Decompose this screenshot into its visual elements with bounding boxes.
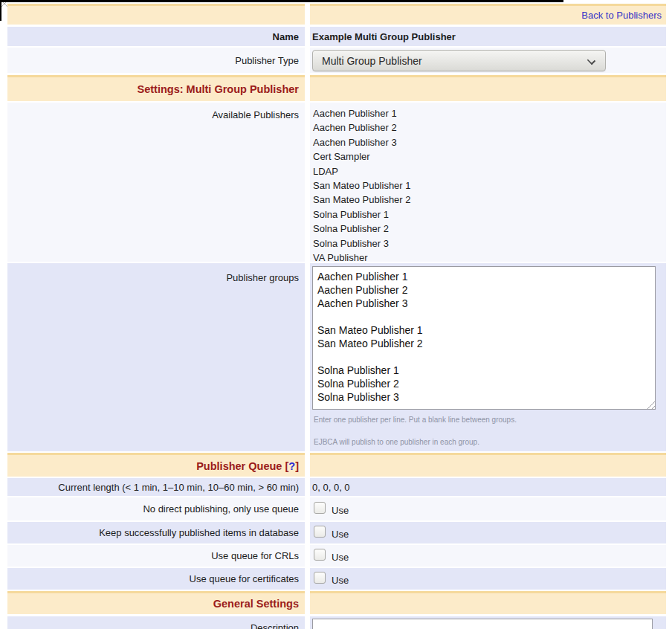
publisher-groups-row: Publisher groups Aachen Publisher 1 Aach… [7, 263, 666, 451]
keep-published-checkbox[interactable] [314, 526, 326, 538]
no-direct-publishing-cell: Use [310, 497, 666, 520]
help-bracket-close: ] [295, 460, 299, 472]
publisher-type-cell: Multi Group Publisher [310, 48, 666, 73]
available-publishers-list: Aachen Publisher 1 Aachen Publisher 2 Aa… [312, 103, 411, 265]
top-bar-right: Back to Publishers [310, 4, 666, 25]
queue-certificates-label: Use queue for certificates [7, 568, 305, 590]
general-section-title: General Settings [213, 598, 299, 610]
name-value: Example Multi Group Publisher [310, 27, 666, 46]
settings-section-header-right [310, 75, 666, 101]
queue-crls-cell: Use [310, 545, 666, 567]
publisher-groups-help-2: EJBCA will publish to one publisher in e… [314, 438, 666, 446]
screen-edge-artifact-top [0, 0, 563, 2]
use-checkbox-label: Use [332, 552, 349, 563]
no-direct-publishing-label: No direct publishing, only use queue [7, 497, 305, 520]
keep-published-row: Keep successfully published items in dat… [7, 522, 666, 543]
current-length-label: Current length (< 1 min, 1–10 min, 10–60… [7, 478, 305, 496]
publisher-type-row: Publisher Type Multi Group Publisher [7, 48, 666, 73]
description-label: Description [7, 616, 305, 629]
settings-section-header: Settings: Multi Group Publisher [7, 75, 666, 101]
settings-section-title: Settings: Multi Group Publisher [138, 83, 300, 95]
publisher-groups-cell: Aachen Publisher 1 Aachen Publisher 2 Aa… [310, 263, 666, 451]
publisher-list-item: Solna Publisher 2 [313, 222, 411, 236]
current-length-row: Current length (< 1 min, 1–10 min, 10–60… [7, 478, 666, 496]
use-checkbox-label: Use [332, 575, 349, 586]
current-length-value: 0, 0, 0, 0 [310, 478, 666, 496]
publisher-list-item: Aachen Publisher 3 [313, 135, 411, 149]
no-direct-publishing-row: No direct publishing, only use queue Use [7, 497, 666, 520]
queue-crls-checkbox[interactable] [314, 549, 326, 561]
queue-crls-label: Use queue for CRLs [7, 545, 305, 567]
publisher-list-item: Solna Publisher 3 [313, 236, 411, 251]
keep-published-cell: Use [310, 522, 666, 543]
queue-certificates-cell: Use [310, 568, 666, 590]
publisher-list-item: LDAP [313, 164, 411, 178]
queue-certificates-checkbox[interactable] [314, 572, 326, 584]
publisher-groups-help-1: Enter one publisher per line. Put a blan… [314, 416, 666, 424]
available-publishers-row: Available Publishers Aachen Publisher 1 … [7, 103, 666, 262]
top-bar-left [7, 4, 305, 25]
available-publishers-label: Available Publishers [7, 103, 305, 262]
queue-crls-row: Use queue for CRLs Use [7, 545, 666, 567]
description-input[interactable] [312, 619, 653, 629]
name-label: Name [7, 27, 305, 46]
screen-edge-artifact-left [0, 0, 1, 21]
available-publishers-cell: Aachen Publisher 1 Aachen Publisher 2 Aa… [310, 103, 666, 262]
publisher-list-item: San Mateo Publisher 1 [313, 178, 411, 193]
publisher-type-selected-value: Multi Group Publisher [322, 55, 422, 67]
publisher-edit-page: Back to Publishers Name Example Multi Gr… [7, 4, 666, 629]
keep-published-label: Keep successfully published items in dat… [7, 522, 305, 543]
publisher-groups-label: Publisher groups [7, 263, 305, 451]
queue-certificates-row: Use queue for certificates Use [7, 568, 666, 590]
publisher-list-item: Cert Sampler [313, 149, 411, 164]
publisher-groups-textarea[interactable]: Aachen Publisher 1 Aachen Publisher 2 Aa… [312, 266, 656, 410]
publisher-list-item: Aachen Publisher 2 [313, 120, 411, 135]
no-direct-publishing-checkbox[interactable] [314, 502, 326, 514]
queue-help-link[interactable]: ? [288, 460, 295, 472]
publisher-list-item: San Mateo Publisher 2 [313, 193, 411, 207]
chevron-down-icon [587, 57, 595, 65]
publisher-list-item: Aachen Publisher 1 [313, 106, 411, 120]
use-checkbox-label: Use [332, 529, 349, 540]
queue-section-header: Publisher Queue [?] [7, 453, 666, 477]
general-section-header: General Settings [7, 591, 666, 614]
publisher-list-item: Solna Publisher 1 [313, 207, 411, 222]
description-cell [310, 616, 666, 629]
queue-section-header-right [310, 453, 666, 477]
top-bar: Back to Publishers [7, 4, 666, 25]
use-checkbox-label: Use [332, 505, 349, 516]
description-row: Description [7, 616, 666, 629]
back-to-publishers-link[interactable]: Back to Publishers [581, 10, 662, 21]
name-row: Name Example Multi Group Publisher [7, 27, 666, 46]
queue-section-title: Publisher Queue [?] [196, 460, 299, 472]
publisher-type-select[interactable]: Multi Group Publisher [312, 50, 606, 71]
publisher-type-label: Publisher Type [7, 48, 305, 73]
general-section-header-right [310, 591, 666, 614]
